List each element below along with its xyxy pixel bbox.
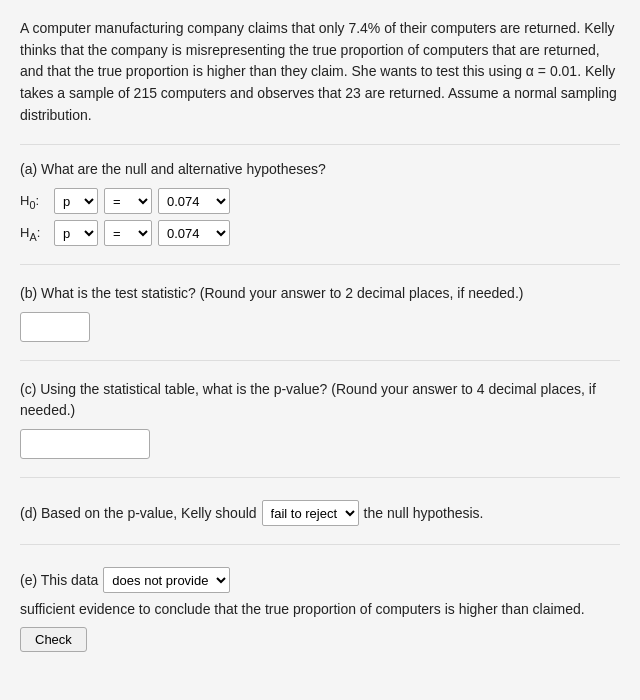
problem-description: A computer manufacturing company claims … xyxy=(20,18,620,126)
ha-equality-select[interactable]: = ≠ < > ≤ ≥ xyxy=(104,220,152,246)
divider-ab xyxy=(20,264,620,265)
part-e-label-after: sufficient evidence to conclude that the… xyxy=(20,598,585,620)
h0-value-select[interactable]: 0.074 0.050 0.100 xyxy=(158,188,230,214)
test-statistic-input[interactable] xyxy=(20,312,90,342)
section-c: (c) Using the statistical table, what is… xyxy=(20,375,620,459)
part-b-label: (b) What is the test statistic? (Round y… xyxy=(20,283,620,304)
ha-variable-select[interactable]: p xyxy=(54,220,98,246)
evidence-select[interactable]: does not provide provides xyxy=(103,567,230,593)
divider-bc xyxy=(20,360,620,361)
part-e-wrap: (e) This data does not provide provides … xyxy=(20,567,620,620)
check-button[interactable]: Check xyxy=(20,627,87,652)
h0-symbol: H0: xyxy=(20,193,48,211)
divider-de xyxy=(20,544,620,545)
divider-cd xyxy=(20,477,620,478)
p-value-input[interactable] xyxy=(20,429,150,459)
section-e: (e) This data does not provide provides … xyxy=(20,559,620,651)
section-a: (a) What are the null and alternative hy… xyxy=(20,159,620,246)
h0-equality-select[interactable]: = ≠ < > ≤ ≥ xyxy=(104,188,152,214)
part-d-label-before: (d) Based on the p-value, Kelly should xyxy=(20,502,257,524)
part-d-label-after: the null hypothesis. xyxy=(364,502,484,524)
h0-row: H0: p = ≠ < > ≤ ≥ 0.074 0.050 0.100 xyxy=(20,188,620,214)
divider-top xyxy=(20,144,620,145)
part-a-label: (a) What are the null and alternative hy… xyxy=(20,159,620,180)
ha-value-select[interactable]: 0.074 0.050 0.100 xyxy=(158,220,230,246)
h0-variable-select[interactable]: p xyxy=(54,188,98,214)
part-d-wrap: (d) Based on the p-value, Kelly should f… xyxy=(20,500,620,526)
null-hypothesis-decision-select[interactable]: fail to reject reject xyxy=(262,500,359,526)
section-d: (d) Based on the p-value, Kelly should f… xyxy=(20,492,620,526)
part-e-label-before: (e) This data xyxy=(20,569,98,591)
ha-row: HA: p = ≠ < > ≤ ≥ 0.074 0.050 0.100 xyxy=(20,220,620,246)
section-b: (b) What is the test statistic? (Round y… xyxy=(20,279,620,342)
ha-symbol: HA: xyxy=(20,225,48,243)
part-c-label: (c) Using the statistical table, what is… xyxy=(20,379,620,421)
